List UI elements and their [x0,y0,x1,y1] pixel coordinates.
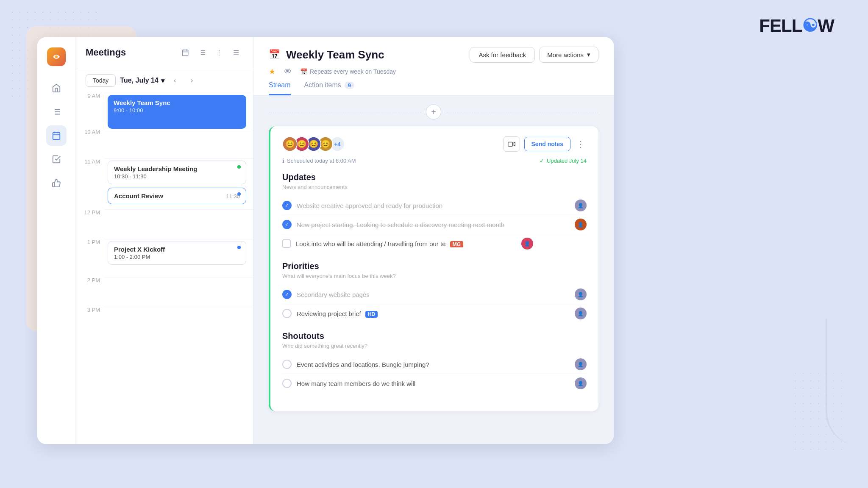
current-date: Tue, July 14 [120,77,158,84]
time-label-1pm: 1 PM [75,239,104,277]
section-title-shoutouts: Shoutouts [282,331,587,341]
item-text: Website creative approved and ready for … [297,202,570,209]
calendar-view-month-btn[interactable] [178,46,192,59]
event-time: 10:30 - 11:30 [114,173,240,180]
add-row-line-right [446,112,598,112]
svg-point-0 [55,55,58,58]
next-week-button[interactable]: › [186,74,198,87]
event-time: 9:00 - 10:00 [114,107,240,114]
event-weekly-leadership[interactable]: Weekly Leadership Meeting 10:30 - 11:30 [108,161,246,184]
background-curve [826,319,868,446]
item-avatar: 👤 [575,308,587,319]
item-text: Secondary website pages [297,291,570,298]
card-actions: Send notes ⋮ [503,136,587,152]
section-subtitle-updates: News and announcements [282,184,587,190]
prev-week-button[interactable]: ‹ [169,74,181,87]
event-weekly-team-sync[interactable]: Weekly Team Sync 9:00 - 10:00 [108,95,246,129]
event-account-review[interactable]: Account Review 11:30 [108,188,246,204]
repeat-calendar-icon: 📅 [300,68,307,75]
eye-icon[interactable]: 👁 [284,67,292,76]
time-events-10am [104,129,253,158]
meeting-header: 📅 Weekly Team Sync Ask for feedback More… [253,37,614,96]
time-events-2pm [104,277,253,307]
time-label-9am: 9 AM [75,93,104,129]
item-avatar: 👤 [575,200,587,211]
circle-icon[interactable] [282,360,292,369]
event-project-x[interactable]: Project X Kickoff 1:00 - 2:00 PM [108,241,246,265]
card-more-button[interactable]: ⋮ [575,137,587,151]
circle-icon[interactable] [282,309,292,318]
updates-section: Updates News and announcements ✓ Website… [282,172,587,253]
calendar-title: Meetings [86,47,173,58]
app-container: Meetings [37,37,614,444]
mg-badge: MG [450,241,463,247]
sidebar [37,37,75,444]
today-button[interactable]: Today [86,74,116,87]
section-subtitle-priorities: What will everyone's main focus be this … [282,273,587,279]
sidebar-item-tasks[interactable] [46,149,67,169]
list-item: ✓ New project starting. Looking to sched… [282,215,587,234]
item-avatar: 👤 [575,358,587,370]
hd-badge: HD [365,311,378,318]
event-dot-green [237,165,241,169]
calendar-header: Meetings [75,37,253,68]
repeat-text: Repeats every week on Tuesday [310,68,396,75]
add-section-row: + [269,104,598,119]
list-item: Event activities and locations. Bungie j… [282,355,587,374]
time-slot-12pm: 12 PM [75,209,253,239]
more-actions-button[interactable]: More actions ▾ [539,47,598,63]
list-item: ✓ Secondary website pages 👤 [282,285,587,304]
send-notes-button[interactable]: Send notes [524,137,570,151]
section-subtitle-shoutouts: Who did something great recently? [282,343,587,349]
circle-icon[interactable] [282,379,292,388]
sidebar-item-notes[interactable] [46,102,67,122]
calendar-scroll: 9 AM Weekly Team Sync 9:00 - 10:00 10 AM… [75,93,253,444]
attendee-avatars: 😊 😊 😊 😊 +4 [282,136,342,152]
ask-feedback-button[interactable]: Ask for feedback [470,47,535,63]
sidebar-item-home[interactable] [46,78,67,98]
star-icon[interactable]: ★ [269,67,275,76]
card-top-row: 😊 😊 😊 😊 +4 [282,136,587,152]
shoutouts-section: Shoutouts Who did something great recent… [282,331,587,393]
video-call-button[interactable] [503,136,520,152]
item-text: Event activities and locations. Bungie j… [297,361,570,368]
tab-action-items[interactable]: Action items 9 [304,81,354,95]
calendar-more-btn[interactable]: ⋮ [212,46,226,59]
priorities-section: Priorities What will everyone's main foc… [282,261,587,323]
meeting-repeat-info: 📅 Repeats every week on Tuesday [300,68,396,75]
add-row-line-left [269,112,421,112]
item-avatar: 👤 [575,219,587,230]
tab-action-items-label: Action items [304,81,341,89]
checkbox-icon[interactable] [282,239,291,248]
avatar-1: 😊 [282,136,298,152]
sidebar-item-calendar[interactable] [46,125,67,146]
time-label-11am: 11 AM [75,158,104,209]
meeting-card: 😊 😊 😊 😊 +4 [269,126,598,411]
time-slot-10am: 10 AM [75,129,253,158]
main-panel: 📅 Weekly Team Sync Ask for feedback More… [253,37,614,444]
list-item: ✓ Website creative approved and ready fo… [282,196,587,215]
check-icon: ✓ [282,290,292,299]
event-title: Weekly Team Sync [114,99,240,106]
svg-rect-5 [182,50,188,56]
sidebar-item-feedback[interactable] [46,173,67,193]
tab-stream[interactable]: Stream [269,81,291,95]
time-events-1pm: Project X Kickoff 1:00 - 2:00 PM [104,239,253,277]
item-text: How many team members do we think will [297,380,570,387]
calendar-menu-btn[interactable]: ☰ [229,46,243,59]
sidebar-logo [47,47,66,66]
event-title: Project X Kickoff [114,246,240,253]
time-slot-3pm: 3 PM [75,307,253,336]
calendar-view-list-btn[interactable] [195,46,209,59]
header-actions: Ask for feedback More actions ▾ [470,47,598,63]
date-picker[interactable]: Tue, July 14 ▾ [120,77,164,85]
app-logo: FELL☯W [759,15,834,36]
updated-text: Updated July 14 [547,158,587,164]
check-icon: ✓ [282,201,292,210]
add-section-button[interactable]: + [426,104,441,119]
event-title: Account Review [114,192,163,200]
action-items-badge: 9 [345,82,354,89]
meeting-tabs: Stream Action items 9 [269,81,598,95]
time-label-10am: 10 AM [75,129,104,158]
event-time: 1:00 - 2:00 PM [114,254,240,260]
